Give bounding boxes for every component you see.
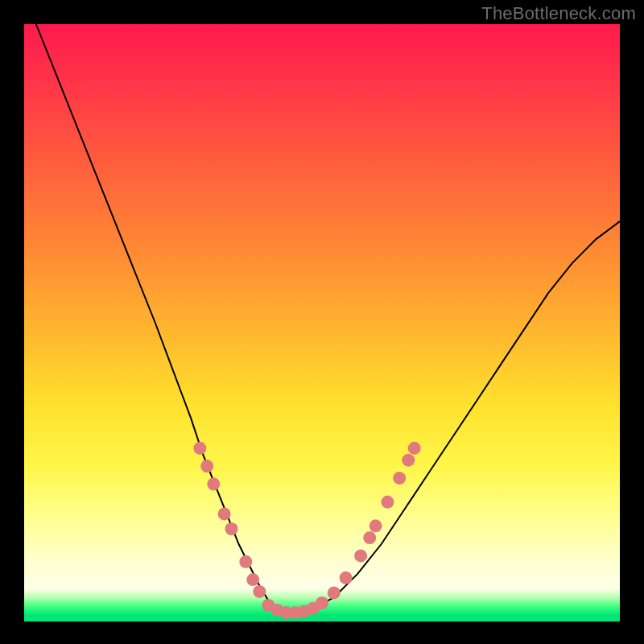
curve-marker <box>271 604 284 617</box>
curve-marker <box>381 496 394 509</box>
bottleneck-curve <box>36 24 620 613</box>
curve-marker <box>218 507 231 520</box>
curve-marker <box>369 519 382 532</box>
curve-marker <box>408 442 421 455</box>
curve-marker <box>253 585 266 598</box>
curve-marker <box>328 586 341 599</box>
chart-svg <box>24 24 620 621</box>
curve-marker <box>298 605 311 617</box>
curve-marker <box>200 460 213 473</box>
curve-marker <box>246 573 259 586</box>
curve-marker <box>280 606 293 619</box>
curve-marker <box>193 442 206 455</box>
curve-marker <box>239 555 252 568</box>
curve-marker <box>363 531 376 544</box>
marker-group <box>193 442 420 619</box>
chart-frame: TheBottleneck.com <box>0 0 644 644</box>
curve-marker <box>289 606 302 619</box>
curve-marker <box>207 477 220 490</box>
watermark-text: TheBottleneck.com <box>481 3 636 24</box>
curve-marker <box>225 522 238 535</box>
curve-marker <box>393 472 406 485</box>
chart-plot-area <box>24 24 620 621</box>
curve-marker <box>316 597 328 609</box>
curve-marker <box>402 454 415 467</box>
curve-marker <box>262 599 275 612</box>
curve-marker <box>354 549 367 562</box>
curve-marker <box>307 602 320 615</box>
curve-marker <box>340 572 353 584</box>
